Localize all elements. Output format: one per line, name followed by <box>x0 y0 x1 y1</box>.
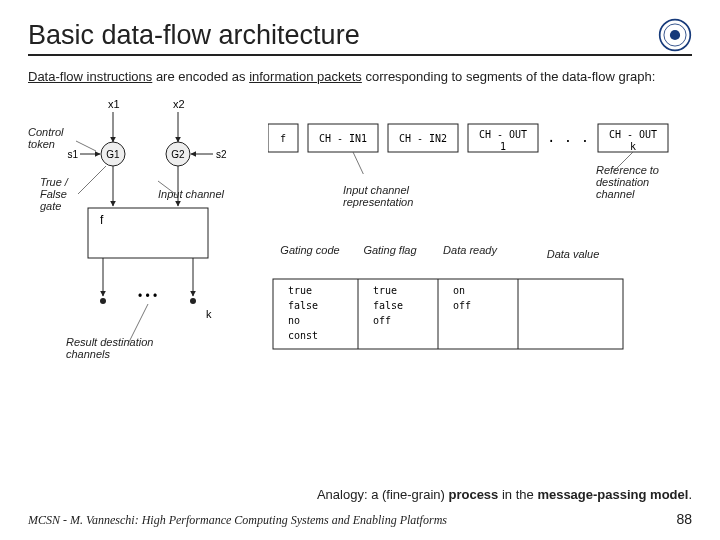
svg-line-28 <box>128 304 148 344</box>
intro-text: Data-flow instructions are encoded as in… <box>28 68 692 86</box>
footer-text: MCSN - M. Vanneschi: High Performance Co… <box>28 513 447 528</box>
svg-text:s1: s1 <box>67 149 78 160</box>
label-data-value: Data value <box>528 248 618 260</box>
svg-text:on: on <box>453 285 465 296</box>
svg-text:off: off <box>373 315 391 326</box>
svg-text:. . .: . . . <box>547 129 589 145</box>
dataflow-graph: x1 x2 G1 G2 s1 s2 f • • • <box>28 96 238 356</box>
svg-text:k: k <box>630 141 636 152</box>
svg-line-25 <box>76 141 96 151</box>
svg-text:false: false <box>288 300 318 311</box>
packet-row: f CH - IN1 CH - IN2 CH - OUT 1 . . . CH … <box>268 114 698 174</box>
svg-text:no: no <box>288 315 300 326</box>
svg-text:x1: x1 <box>108 98 120 110</box>
svg-text:CH - IN1: CH - IN1 <box>319 133 367 144</box>
svg-rect-44 <box>273 279 623 349</box>
svg-text:false: false <box>373 300 403 311</box>
svg-text:true: true <box>288 285 312 296</box>
svg-text:1: 1 <box>500 141 506 152</box>
label-gating-flag: Gating flag <box>360 244 420 256</box>
svg-text:off: off <box>453 300 471 311</box>
diagram-area: Control token True / False gate Input ch… <box>28 96 692 396</box>
svg-line-26 <box>78 166 106 194</box>
label-gating-code: Gating code <box>280 244 340 256</box>
analogy-text: Analogy: a (fine-grain) process in the m… <box>317 487 692 502</box>
svg-text:• • •: • • • <box>138 289 157 303</box>
label-input-channel-repr: Input channel representation <box>343 184 443 208</box>
svg-point-22 <box>190 298 196 304</box>
page-title: Basic data-flow architecture <box>28 20 360 51</box>
svg-rect-17 <box>88 208 208 258</box>
svg-text:k: k <box>206 308 212 320</box>
svg-text:f: f <box>100 213 104 227</box>
page-number: 88 <box>676 511 692 527</box>
svg-point-2 <box>670 30 680 40</box>
svg-point-20 <box>100 298 106 304</box>
svg-text:s2: s2 <box>216 149 227 160</box>
svg-text:CH - IN2: CH - IN2 <box>399 133 447 144</box>
svg-line-43 <box>613 152 633 172</box>
svg-line-27 <box>158 181 178 196</box>
svg-text:true: true <box>373 285 397 296</box>
svg-text:x2: x2 <box>173 98 185 110</box>
svg-text:G2: G2 <box>171 149 185 160</box>
svg-text:const: const <box>288 330 318 341</box>
svg-text:CH - OUT: CH - OUT <box>609 129 657 140</box>
svg-text:CH - OUT: CH - OUT <box>479 129 527 140</box>
label-data-ready: Data ready <box>440 244 500 256</box>
gating-table: true false no const true false off on of… <box>268 274 628 364</box>
institution-logo <box>658 18 692 52</box>
svg-text:G1: G1 <box>106 149 120 160</box>
svg-text:f: f <box>280 133 286 144</box>
svg-line-42 <box>353 152 368 174</box>
